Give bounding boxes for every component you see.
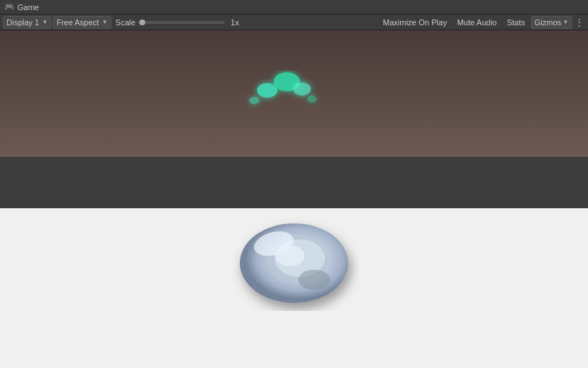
gizmos-dropdown[interactable]: Gizmos ▼ <box>531 16 572 29</box>
title-bar: 🎮 Game <box>0 0 588 14</box>
viewport <box>0 30 588 368</box>
display-arrow-icon: ▼ <box>42 19 48 25</box>
display-dropdown[interactable]: Display 1 ▼ <box>3 16 51 29</box>
aspect-label: Free Aspect <box>56 18 99 27</box>
scale-slider[interactable] <box>138 21 225 24</box>
svg-point-4 <box>308 95 316 103</box>
mute-audio-button[interactable]: Mute Audio <box>453 16 501 29</box>
svg-point-2 <box>293 82 311 95</box>
svg-point-0 <box>257 83 277 98</box>
aspect-arrow-icon: ▼ <box>102 19 108 25</box>
ring-object <box>222 194 366 325</box>
stats-button[interactable]: Stats <box>503 16 529 29</box>
aspect-dropdown[interactable]: Free Aspect ▼ <box>53 16 111 29</box>
more-options-button[interactable]: ⋮ <box>574 16 585 29</box>
maximize-on-play-button[interactable]: Maximize On Play <box>379 16 451 29</box>
game-icon: 🎮 <box>4 2 14 12</box>
svg-point-3 <box>249 97 259 104</box>
particle-system <box>246 70 318 114</box>
ring-svg <box>222 194 366 325</box>
display-label: Display 1 <box>7 18 39 27</box>
gizmos-arrow-icon: ▼ <box>563 19 568 25</box>
scale-value: 1x <box>230 18 239 27</box>
gizmos-label: Gizmos <box>535 18 561 27</box>
svg-point-9 <box>298 270 330 290</box>
scale-section: Scale 1x <box>116 18 239 27</box>
right-controls: Maximize On Play Mute Audio Stats Gizmos… <box>379 16 585 29</box>
title-bar-label: Game <box>17 3 39 12</box>
toolbar: Display 1 ▼ Free Aspect ▼ Scale 1x Maxim… <box>0 14 588 30</box>
scale-label: Scale <box>116 18 136 27</box>
particles-svg <box>246 70 325 121</box>
scale-slider-thumb <box>139 20 145 25</box>
svg-point-10 <box>276 246 305 266</box>
